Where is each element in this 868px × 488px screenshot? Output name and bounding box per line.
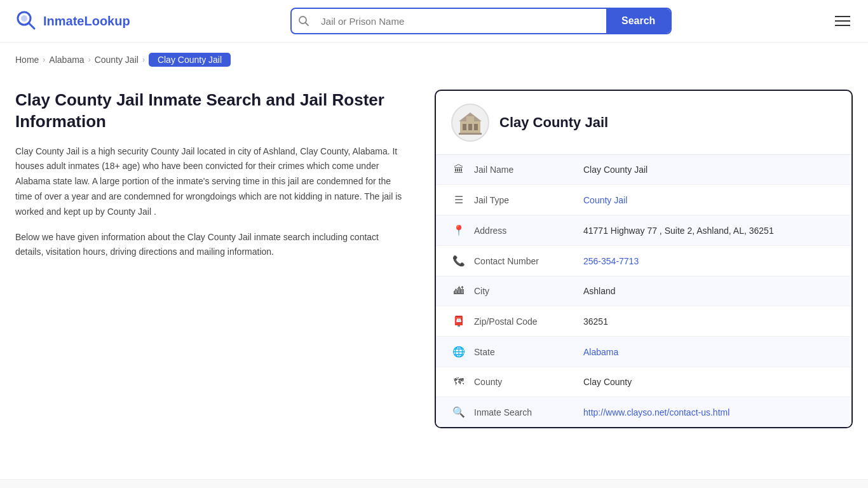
state-link[interactable]: Alabama: [583, 347, 618, 357]
address-icon: 📍: [451, 224, 466, 236]
svg-rect-11: [459, 133, 482, 135]
inmate-search-value: http://www.clayso.net/contact-us.html: [583, 407, 729, 417]
breadcrumb-sep-1: ›: [43, 55, 45, 64]
zip-icon: 📮: [451, 315, 466, 327]
jail-avatar-image: [458, 110, 483, 135]
info-row-state: 🌐 State Alabama: [436, 337, 851, 367]
logo-icon: [15, 10, 38, 32]
search-icon: [292, 15, 316, 27]
contact-value: 256-354-7713: [583, 256, 639, 266]
zip-value: 36251: [583, 316, 608, 327]
svg-rect-6: [463, 124, 466, 130]
breadcrumb-alabama[interactable]: Alabama: [49, 55, 84, 65]
site-header: InmateLookup Search: [0, 0, 868, 43]
site-logo[interactable]: InmateLookup: [15, 10, 130, 32]
footer: [0, 479, 868, 488]
search-area: Search: [290, 8, 672, 34]
jail-type-value: County Jail: [583, 195, 627, 205]
info-row-inmate-search: 🔍 Inmate Search http://www.clayso.net/co…: [436, 397, 851, 427]
jail-type-icon: ☰: [451, 194, 466, 206]
jail-name-label: Jail Name: [474, 165, 576, 175]
svg-rect-8: [474, 124, 478, 130]
jail-avatar: [451, 104, 489, 142]
jail-card-title: Clay County Jail: [499, 114, 608, 131]
breadcrumb-county-jail[interactable]: County Jail: [95, 55, 139, 65]
description-2: Below we have given information about th…: [15, 230, 409, 261]
state-label: State: [474, 347, 576, 357]
inmate-search-label: Inmate Search: [474, 407, 576, 417]
inmate-search-link[interactable]: http://www.clayso.net/contact-us.html: [583, 407, 729, 417]
jail-name-icon: 🏛: [451, 164, 466, 175]
county-label: County: [474, 377, 576, 387]
main-content: Clay County Jail Inmate Search and Jail …: [0, 77, 868, 454]
city-label: City: [474, 286, 576, 296]
info-row-address: 📍 Address 41771 Highway 77 , Suite 2, As…: [436, 215, 851, 246]
address-value: 41771 Highway 77 , Suite 2, Ashland, AL,…: [583, 226, 774, 236]
state-value: Alabama: [583, 347, 618, 357]
breadcrumb: Home › Alabama › County Jail › Clay Coun…: [0, 43, 868, 77]
left-panel: Clay County Jail Inmate Search and Jail …: [15, 90, 435, 428]
info-row-jail-type: ☰ Jail Type County Jail: [436, 185, 851, 215]
inmate-search-icon: 🔍: [451, 406, 466, 418]
breadcrumb-sep-2: ›: [88, 55, 91, 64]
description-1: Clay County Jail is a high security Coun…: [15, 144, 409, 220]
state-icon: 🌐: [451, 346, 466, 358]
svg-rect-10: [466, 116, 474, 121]
svg-line-4: [306, 23, 309, 26]
breadcrumb-home[interactable]: Home: [15, 55, 39, 65]
info-row-contact: 📞 Contact Number 256-354-7713: [436, 246, 851, 276]
logo-text: InmateLookup: [43, 14, 130, 29]
svg-line-1: [29, 23, 34, 29]
info-row-zip: 📮 Zip/Postal Code 36251: [436, 306, 851, 337]
info-card-header: Clay County Jail: [436, 91, 851, 155]
page-title: Clay County Jail Inmate Search and Jail …: [15, 90, 409, 133]
county-value: Clay County: [583, 377, 632, 387]
city-icon: 🏙: [451, 285, 466, 297]
zip-label: Zip/Postal Code: [474, 316, 576, 327]
info-row-city: 🏙 City Ashland: [436, 276, 851, 306]
contact-label: Contact Number: [474, 256, 576, 266]
breadcrumb-sep-3: ›: [142, 55, 145, 64]
city-value: Ashland: [583, 286, 616, 296]
svg-rect-7: [468, 124, 472, 130]
jail-type-link[interactable]: County Jail: [583, 195, 627, 205]
search-wrapper: Search: [290, 8, 672, 34]
info-row-jail-name: 🏛 Jail Name Clay County Jail: [436, 155, 851, 185]
search-button[interactable]: Search: [606, 9, 670, 33]
contact-link[interactable]: 256-354-7713: [583, 256, 639, 266]
county-icon: 🗺: [451, 376, 466, 388]
right-panel: Clay County Jail 🏛 Jail Name Clay County…: [435, 90, 853, 428]
info-card: Clay County Jail 🏛 Jail Name Clay County…: [435, 90, 853, 428]
info-row-county: 🗺 County Clay County: [436, 367, 851, 397]
menu-button[interactable]: [832, 13, 853, 29]
contact-icon: 📞: [451, 255, 466, 267]
address-label: Address: [474, 226, 576, 236]
jail-name-value: Clay County Jail: [583, 165, 648, 175]
jail-type-label: Jail Type: [474, 195, 576, 205]
breadcrumb-current: Clay County Jail: [149, 53, 231, 67]
search-input[interactable]: [316, 10, 606, 33]
svg-point-2: [21, 15, 27, 22]
